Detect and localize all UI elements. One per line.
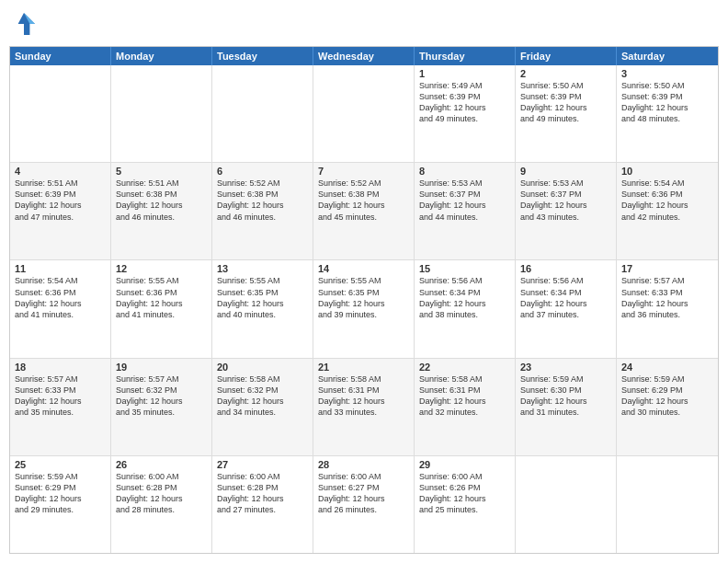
day-number: 12 bbox=[116, 263, 207, 274]
day-cell-7: 7Sunrise: 5:52 AM Sunset: 6:38 PM Daylig… bbox=[313, 163, 415, 259]
day-cell-13: 13Sunrise: 5:55 AM Sunset: 6:35 PM Dayli… bbox=[212, 260, 313, 357]
header bbox=[9, 9, 719, 39]
calendar-header: SundayMondayTuesdayWednesdayThursdayFrid… bbox=[10, 47, 718, 65]
day-info: Sunrise: 6:00 AM Sunset: 6:27 PM Dayligh… bbox=[318, 471, 409, 516]
day-number: 2 bbox=[520, 68, 611, 79]
calendar-row-2: 11Sunrise: 5:54 AM Sunset: 6:36 PM Dayli… bbox=[10, 260, 718, 358]
day-info: Sunrise: 6:00 AM Sunset: 6:28 PM Dayligh… bbox=[217, 471, 308, 516]
calendar-row-3: 18Sunrise: 5:57 AM Sunset: 6:33 PM Dayli… bbox=[10, 359, 718, 456]
header-cell-wednesday: Wednesday bbox=[313, 47, 415, 65]
day-number: 6 bbox=[217, 166, 308, 177]
day-cell-3: 3Sunrise: 5:50 AM Sunset: 6:39 PM Daylig… bbox=[617, 65, 718, 162]
logo-icon bbox=[9, 9, 39, 39]
header-cell-thursday: Thursday bbox=[415, 47, 516, 65]
day-cell-6: 6Sunrise: 5:52 AM Sunset: 6:38 PM Daylig… bbox=[212, 163, 313, 259]
day-info: Sunrise: 5:57 AM Sunset: 6:32 PM Dayligh… bbox=[116, 373, 207, 419]
day-cell-15: 15Sunrise: 5:56 AM Sunset: 6:34 PM Dayli… bbox=[415, 260, 516, 357]
empty-cell bbox=[111, 65, 212, 162]
day-info: Sunrise: 5:53 AM Sunset: 6:37 PM Dayligh… bbox=[520, 178, 611, 223]
day-number: 24 bbox=[621, 362, 713, 373]
day-cell-1: 1Sunrise: 5:49 AM Sunset: 6:39 PM Daylig… bbox=[415, 65, 516, 162]
day-info: Sunrise: 5:59 AM Sunset: 6:29 PM Dayligh… bbox=[15, 471, 106, 516]
page: SundayMondayTuesdayWednesdayThursdayFrid… bbox=[0, 0, 728, 563]
day-number: 22 bbox=[419, 362, 510, 373]
day-cell-25: 25Sunrise: 5:59 AM Sunset: 6:29 PM Dayli… bbox=[10, 456, 111, 553]
day-info: Sunrise: 5:58 AM Sunset: 6:32 PM Dayligh… bbox=[217, 373, 308, 419]
day-number: 11 bbox=[15, 263, 106, 274]
day-number: 3 bbox=[621, 68, 713, 79]
day-info: Sunrise: 5:58 AM Sunset: 6:31 PM Dayligh… bbox=[419, 373, 510, 419]
day-number: 29 bbox=[419, 459, 510, 470]
day-info: Sunrise: 5:55 AM Sunset: 6:36 PM Dayligh… bbox=[116, 275, 207, 320]
day-cell-10: 10Sunrise: 5:54 AM Sunset: 6:36 PM Dayli… bbox=[617, 163, 718, 259]
day-number: 10 bbox=[621, 166, 713, 177]
header-cell-tuesday: Tuesday bbox=[212, 47, 313, 65]
empty-cell bbox=[617, 456, 718, 553]
day-number: 7 bbox=[318, 166, 409, 177]
calendar: SundayMondayTuesdayWednesdayThursdayFrid… bbox=[9, 46, 719, 554]
day-info: Sunrise: 5:52 AM Sunset: 6:38 PM Dayligh… bbox=[318, 178, 409, 223]
header-cell-sunday: Sunday bbox=[10, 47, 111, 65]
day-info: Sunrise: 6:00 AM Sunset: 6:28 PM Dayligh… bbox=[116, 471, 207, 516]
day-cell-21: 21Sunrise: 5:58 AM Sunset: 6:31 PM Dayli… bbox=[313, 359, 415, 455]
day-cell-12: 12Sunrise: 5:55 AM Sunset: 6:36 PM Dayli… bbox=[111, 260, 212, 357]
day-info: Sunrise: 5:51 AM Sunset: 6:39 PM Dayligh… bbox=[15, 178, 106, 223]
day-info: Sunrise: 5:49 AM Sunset: 6:39 PM Dayligh… bbox=[419, 80, 510, 125]
day-number: 28 bbox=[318, 459, 409, 470]
day-info: Sunrise: 5:51 AM Sunset: 6:38 PM Dayligh… bbox=[116, 178, 207, 223]
day-info: Sunrise: 5:55 AM Sunset: 6:35 PM Dayligh… bbox=[217, 275, 308, 320]
day-number: 20 bbox=[217, 362, 308, 373]
day-info: Sunrise: 5:54 AM Sunset: 6:36 PM Dayligh… bbox=[15, 275, 106, 320]
day-info: Sunrise: 5:59 AM Sunset: 6:29 PM Dayligh… bbox=[621, 373, 713, 419]
day-cell-26: 26Sunrise: 6:00 AM Sunset: 6:28 PM Dayli… bbox=[111, 456, 212, 553]
day-cell-19: 19Sunrise: 5:57 AM Sunset: 6:32 PM Dayli… bbox=[111, 359, 212, 455]
header-cell-saturday: Saturday bbox=[617, 47, 718, 65]
calendar-row-0: 1Sunrise: 5:49 AM Sunset: 6:39 PM Daylig… bbox=[10, 65, 718, 163]
header-cell-friday: Friday bbox=[516, 47, 617, 65]
calendar-body: 1Sunrise: 5:49 AM Sunset: 6:39 PM Daylig… bbox=[10, 65, 718, 553]
day-number: 18 bbox=[15, 362, 106, 373]
day-info: Sunrise: 5:55 AM Sunset: 6:35 PM Dayligh… bbox=[318, 275, 409, 320]
day-info: Sunrise: 5:50 AM Sunset: 6:39 PM Dayligh… bbox=[520, 80, 611, 125]
day-number: 16 bbox=[520, 263, 611, 274]
day-info: Sunrise: 5:53 AM Sunset: 6:37 PM Dayligh… bbox=[419, 178, 510, 223]
day-info: Sunrise: 5:52 AM Sunset: 6:38 PM Dayligh… bbox=[217, 178, 308, 223]
day-number: 19 bbox=[116, 362, 207, 373]
day-cell-17: 17Sunrise: 5:57 AM Sunset: 6:33 PM Dayli… bbox=[617, 260, 718, 357]
calendar-row-1: 4Sunrise: 5:51 AM Sunset: 6:39 PM Daylig… bbox=[10, 163, 718, 260]
empty-cell bbox=[10, 65, 111, 162]
day-info: Sunrise: 5:54 AM Sunset: 6:36 PM Dayligh… bbox=[621, 178, 713, 223]
day-cell-23: 23Sunrise: 5:59 AM Sunset: 6:30 PM Dayli… bbox=[516, 359, 617, 455]
day-number: 17 bbox=[621, 263, 713, 274]
day-number: 9 bbox=[520, 166, 611, 177]
day-info: Sunrise: 5:59 AM Sunset: 6:30 PM Dayligh… bbox=[520, 373, 611, 419]
empty-cell bbox=[313, 65, 415, 162]
day-info: Sunrise: 5:57 AM Sunset: 6:33 PM Dayligh… bbox=[621, 275, 713, 320]
day-cell-16: 16Sunrise: 5:56 AM Sunset: 6:34 PM Dayli… bbox=[516, 260, 617, 357]
day-info: Sunrise: 5:58 AM Sunset: 6:31 PM Dayligh… bbox=[318, 373, 409, 419]
day-number: 27 bbox=[217, 459, 308, 470]
day-cell-29: 29Sunrise: 6:00 AM Sunset: 6:26 PM Dayli… bbox=[415, 456, 516, 553]
day-cell-11: 11Sunrise: 5:54 AM Sunset: 6:36 PM Dayli… bbox=[10, 260, 111, 357]
day-cell-9: 9Sunrise: 5:53 AM Sunset: 6:37 PM Daylig… bbox=[516, 163, 617, 259]
day-number: 8 bbox=[419, 166, 510, 177]
day-cell-24: 24Sunrise: 5:59 AM Sunset: 6:29 PM Dayli… bbox=[617, 359, 718, 455]
day-info: Sunrise: 5:57 AM Sunset: 6:33 PM Dayligh… bbox=[15, 373, 106, 419]
day-cell-27: 27Sunrise: 6:00 AM Sunset: 6:28 PM Dayli… bbox=[212, 456, 313, 553]
day-cell-14: 14Sunrise: 5:55 AM Sunset: 6:35 PM Dayli… bbox=[313, 260, 415, 357]
day-number: 13 bbox=[217, 263, 308, 274]
day-number: 1 bbox=[419, 68, 510, 79]
day-cell-5: 5Sunrise: 5:51 AM Sunset: 6:38 PM Daylig… bbox=[111, 163, 212, 259]
day-info: Sunrise: 6:00 AM Sunset: 6:26 PM Dayligh… bbox=[419, 471, 510, 516]
day-cell-4: 4Sunrise: 5:51 AM Sunset: 6:39 PM Daylig… bbox=[10, 163, 111, 259]
day-info: Sunrise: 5:50 AM Sunset: 6:39 PM Dayligh… bbox=[621, 80, 713, 125]
day-number: 21 bbox=[318, 362, 409, 373]
day-info: Sunrise: 5:56 AM Sunset: 6:34 PM Dayligh… bbox=[520, 275, 611, 320]
logo bbox=[9, 9, 42, 39]
day-number: 4 bbox=[15, 166, 106, 177]
day-number: 23 bbox=[520, 362, 611, 373]
header-cell-monday: Monday bbox=[111, 47, 212, 65]
day-cell-18: 18Sunrise: 5:57 AM Sunset: 6:33 PM Dayli… bbox=[10, 359, 111, 455]
day-number: 26 bbox=[116, 459, 207, 470]
day-cell-2: 2Sunrise: 5:50 AM Sunset: 6:39 PM Daylig… bbox=[516, 65, 617, 162]
